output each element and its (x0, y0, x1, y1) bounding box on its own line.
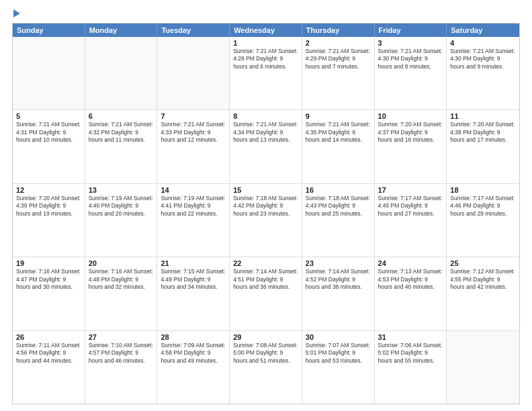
day-number: 28 (161, 333, 226, 341)
day-number: 10 (378, 112, 443, 120)
day-info: Sunrise: 7:12 AM Sunset: 4:55 PM Dayligh… (450, 268, 516, 291)
day-number: 8 (233, 112, 298, 120)
calendar-day-cell: 3Sunrise: 7:21 AM Sunset: 4:30 PM Daylig… (375, 37, 447, 109)
day-info: Sunrise: 7:17 AM Sunset: 4:45 PM Dayligh… (378, 195, 443, 218)
day-number: 17 (378, 186, 443, 194)
calendar-day-cell: 17Sunrise: 7:17 AM Sunset: 4:45 PM Dayli… (375, 184, 447, 257)
day-number: 22 (233, 259, 298, 267)
calendar-day-cell: 28Sunrise: 7:09 AM Sunset: 4:58 PM Dayli… (157, 331, 230, 404)
logo (12, 11, 20, 17)
day-info: Sunrise: 7:13 AM Sunset: 4:53 PM Dayligh… (378, 268, 443, 291)
calendar-week-row: 5Sunrise: 7:21 AM Sunset: 4:31 PM Daylig… (13, 110, 519, 183)
calendar-empty-cell (13, 37, 85, 109)
calendar-week-row: 1Sunrise: 7:21 AM Sunset: 4:28 PM Daylig… (13, 37, 519, 110)
day-number: 2 (306, 39, 371, 47)
day-number: 4 (450, 39, 516, 47)
day-info: Sunrise: 7:21 AM Sunset: 4:30 PM Dayligh… (378, 48, 443, 71)
calendar-day-cell: 13Sunrise: 7:19 AM Sunset: 4:40 PM Dayli… (85, 184, 158, 257)
calendar: SundayMondayTuesdayWednesdayThursdayFrid… (12, 23, 520, 404)
calendar-empty-cell (85, 37, 158, 109)
day-info: Sunrise: 7:21 AM Sunset: 4:30 PM Dayligh… (450, 48, 516, 71)
day-info: Sunrise: 7:16 AM Sunset: 4:47 PM Dayligh… (16, 268, 81, 291)
day-number: 11 (450, 112, 516, 120)
day-info: Sunrise: 7:21 AM Sunset: 4:28 PM Dayligh… (233, 48, 298, 71)
day-info: Sunrise: 7:08 AM Sunset: 5:00 PM Dayligh… (233, 342, 298, 365)
day-info: Sunrise: 7:14 AM Sunset: 4:52 PM Dayligh… (306, 268, 371, 291)
day-info: Sunrise: 7:20 AM Sunset: 4:38 PM Dayligh… (450, 121, 516, 144)
calendar-day-cell: 31Sunrise: 7:06 AM Sunset: 5:02 PM Dayli… (375, 331, 447, 404)
day-info: Sunrise: 7:14 AM Sunset: 4:51 PM Dayligh… (233, 268, 298, 291)
calendar-day-cell: 25Sunrise: 7:12 AM Sunset: 4:55 PM Dayli… (447, 257, 519, 330)
day-number: 7 (161, 112, 226, 120)
header (12, 11, 520, 17)
calendar-header-cell: Tuesday (157, 24, 230, 37)
calendar-week-row: 26Sunrise: 7:11 AM Sunset: 4:56 PM Dayli… (13, 331, 519, 404)
day-number: 21 (161, 259, 226, 267)
day-info: Sunrise: 7:21 AM Sunset: 4:35 PM Dayligh… (306, 121, 371, 144)
calendar-day-cell: 27Sunrise: 7:10 AM Sunset: 4:57 PM Dayli… (85, 331, 158, 404)
day-info: Sunrise: 7:21 AM Sunset: 4:29 PM Dayligh… (306, 48, 371, 71)
day-number: 29 (233, 333, 298, 341)
day-info: Sunrise: 7:21 AM Sunset: 4:32 PM Dayligh… (89, 121, 154, 144)
day-info: Sunrise: 7:18 AM Sunset: 4:42 PM Dayligh… (233, 195, 298, 218)
calendar-day-cell: 23Sunrise: 7:14 AM Sunset: 4:52 PM Dayli… (302, 257, 375, 330)
calendar-day-cell: 21Sunrise: 7:15 AM Sunset: 4:49 PM Dayli… (157, 257, 230, 330)
calendar-day-cell: 7Sunrise: 7:21 AM Sunset: 4:33 PM Daylig… (157, 110, 230, 183)
calendar-day-cell: 24Sunrise: 7:13 AM Sunset: 4:53 PM Dayli… (375, 257, 447, 330)
day-info: Sunrise: 7:06 AM Sunset: 5:02 PM Dayligh… (378, 342, 443, 365)
day-info: Sunrise: 7:18 AM Sunset: 4:43 PM Dayligh… (306, 195, 371, 218)
calendar-header-cell: Friday (375, 24, 447, 37)
calendar-day-cell: 4Sunrise: 7:21 AM Sunset: 4:30 PM Daylig… (447, 37, 519, 109)
calendar-day-cell: 26Sunrise: 7:11 AM Sunset: 4:56 PM Dayli… (13, 331, 85, 404)
calendar-body: 1Sunrise: 7:21 AM Sunset: 4:28 PM Daylig… (13, 37, 519, 404)
day-info: Sunrise: 7:20 AM Sunset: 4:37 PM Dayligh… (378, 121, 443, 144)
day-info: Sunrise: 7:19 AM Sunset: 4:41 PM Dayligh… (161, 195, 226, 218)
calendar-empty-cell (157, 37, 230, 109)
day-info: Sunrise: 7:21 AM Sunset: 4:33 PM Dayligh… (161, 121, 226, 144)
day-info: Sunrise: 7:15 AM Sunset: 4:49 PM Dayligh… (161, 268, 226, 291)
day-number: 1 (233, 39, 298, 47)
calendar-day-cell: 30Sunrise: 7:07 AM Sunset: 5:01 PM Dayli… (302, 331, 375, 404)
calendar-header-row: SundayMondayTuesdayWednesdayThursdayFrid… (13, 24, 519, 37)
day-number: 31 (378, 333, 443, 341)
calendar-day-cell: 18Sunrise: 7:17 AM Sunset: 4:46 PM Dayli… (447, 184, 519, 257)
calendar-day-cell: 15Sunrise: 7:18 AM Sunset: 4:42 PM Dayli… (230, 184, 302, 257)
day-number: 12 (16, 186, 81, 194)
day-info: Sunrise: 7:10 AM Sunset: 4:57 PM Dayligh… (89, 342, 154, 365)
calendar-header-cell: Thursday (302, 24, 375, 37)
day-number: 5 (16, 112, 81, 120)
page: SundayMondayTuesdayWednesdayThursdayFrid… (0, 0, 532, 411)
calendar-day-cell: 29Sunrise: 7:08 AM Sunset: 5:00 PM Dayli… (230, 331, 302, 404)
calendar-header-cell: Sunday (13, 24, 85, 37)
calendar-day-cell: 8Sunrise: 7:21 AM Sunset: 4:34 PM Daylig… (230, 110, 302, 183)
calendar-day-cell: 5Sunrise: 7:21 AM Sunset: 4:31 PM Daylig… (13, 110, 85, 183)
day-number: 25 (450, 259, 516, 267)
day-info: Sunrise: 7:21 AM Sunset: 4:34 PM Dayligh… (233, 121, 298, 144)
calendar-header-cell: Saturday (447, 24, 519, 37)
calendar-day-cell: 12Sunrise: 7:20 AM Sunset: 4:39 PM Dayli… (13, 184, 85, 257)
day-info: Sunrise: 7:21 AM Sunset: 4:31 PM Dayligh… (16, 121, 81, 144)
day-info: Sunrise: 7:19 AM Sunset: 4:40 PM Dayligh… (89, 195, 154, 218)
day-number: 23 (306, 259, 371, 267)
calendar-day-cell: 10Sunrise: 7:20 AM Sunset: 4:37 PM Dayli… (375, 110, 447, 183)
calendar-header-cell: Wednesday (230, 24, 302, 37)
calendar-day-cell: 19Sunrise: 7:16 AM Sunset: 4:47 PM Dayli… (13, 257, 85, 330)
day-info: Sunrise: 7:11 AM Sunset: 4:56 PM Dayligh… (16, 342, 81, 365)
day-info: Sunrise: 7:20 AM Sunset: 4:39 PM Dayligh… (16, 195, 81, 218)
day-number: 20 (89, 259, 154, 267)
day-number: 30 (306, 333, 371, 341)
day-number: 19 (16, 259, 81, 267)
day-number: 27 (89, 333, 154, 341)
day-number: 15 (233, 186, 298, 194)
day-number: 16 (306, 186, 371, 194)
calendar-day-cell: 20Sunrise: 7:16 AM Sunset: 4:48 PM Dayli… (85, 257, 158, 330)
day-info: Sunrise: 7:16 AM Sunset: 4:48 PM Dayligh… (89, 268, 154, 291)
day-number: 13 (89, 186, 154, 194)
day-info: Sunrise: 7:07 AM Sunset: 5:01 PM Dayligh… (306, 342, 371, 365)
calendar-week-row: 19Sunrise: 7:16 AM Sunset: 4:47 PM Dayli… (13, 257, 519, 330)
calendar-day-cell: 22Sunrise: 7:14 AM Sunset: 4:51 PM Dayli… (230, 257, 302, 330)
calendar-day-cell: 9Sunrise: 7:21 AM Sunset: 4:35 PM Daylig… (302, 110, 375, 183)
calendar-day-cell: 1Sunrise: 7:21 AM Sunset: 4:28 PM Daylig… (230, 37, 302, 109)
calendar-day-cell: 11Sunrise: 7:20 AM Sunset: 4:38 PM Dayli… (447, 110, 519, 183)
calendar-day-cell: 6Sunrise: 7:21 AM Sunset: 4:32 PM Daylig… (85, 110, 158, 183)
